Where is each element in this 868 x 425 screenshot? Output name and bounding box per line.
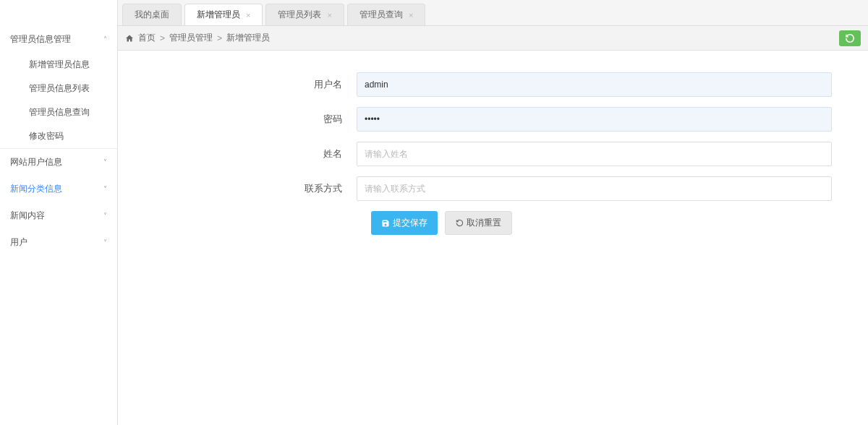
breadcrumb-part[interactable]: 管理员管理 <box>169 32 213 44</box>
sidebar-item-label: 管理员信息列表 <box>29 83 90 93</box>
sidebar-group-header-siteuser[interactable]: 网站用户信息 ˅ <box>0 149 117 176</box>
sidebar-item-admin-list[interactable]: 管理员信息列表 <box>0 77 117 100</box>
chevron-down-icon: ˅ <box>103 239 107 246</box>
username-input[interactable] <box>357 72 832 97</box>
reset-label: 取消重置 <box>467 217 501 229</box>
reset-button[interactable]: 取消重置 <box>445 211 512 235</box>
breadcrumb-home[interactable]: 首页 <box>138 32 156 44</box>
tab-label: 我的桌面 <box>135 9 169 21</box>
sidebar-group-label: 用户 <box>10 236 27 249</box>
breadcrumb-part: 新增管理员 <box>226 32 270 44</box>
sidebar-group-header-newscat[interactable]: 新闻分类信息 ˅ <box>0 176 117 202</box>
tab-desktop[interactable]: 我的桌面 <box>122 4 182 25</box>
breadcrumb-sep: > <box>217 33 222 43</box>
close-icon[interactable]: × <box>246 11 250 20</box>
name-input[interactable] <box>357 142 832 166</box>
tab-label: 管理员查询 <box>359 9 403 21</box>
breadcrumb: 首页 > 管理员管理 > 新增管理员 <box>125 32 270 44</box>
chevron-down-icon: ˅ <box>103 212 107 220</box>
close-icon[interactable]: × <box>327 11 331 20</box>
name-label: 姓名 <box>154 147 357 160</box>
sidebar-group-label: 新闻分类信息 <box>10 183 62 195</box>
sidebar-item-admin-query[interactable]: 管理员信息查询 <box>0 100 117 124</box>
sidebar-item-add-admin[interactable]: 新增管理员信息 <box>0 53 117 77</box>
form-row-contact: 联系方式 <box>154 176 832 201</box>
refresh-icon <box>456 219 464 227</box>
submit-label: 提交保存 <box>393 217 427 229</box>
form-row-username: 用户名 <box>154 72 832 97</box>
sidebar-item-change-password[interactable]: 修改密码 <box>0 124 117 148</box>
tab-admin-list[interactable]: 管理员列表 × <box>265 4 344 25</box>
sidebar-group-admin: 管理员信息管理 ˄ 新增管理员信息 管理员信息列表 管理员信息查询 修改密码 <box>0 26 117 149</box>
tab-label: 新增管理员 <box>197 9 240 21</box>
sidebar-item-label: 新增管理员信息 <box>29 59 90 69</box>
refresh-button[interactable] <box>839 30 861 46</box>
form-row-name: 姓名 <box>154 142 832 166</box>
form-buttons: 提交保存 取消重置 <box>371 211 832 235</box>
breadcrumb-sep: > <box>160 33 165 43</box>
username-label: 用户名 <box>154 78 357 91</box>
sidebar-item-label: 管理员信息查询 <box>29 107 90 117</box>
save-icon <box>381 219 390 228</box>
sidebar-group-label: 网站用户信息 <box>10 156 62 168</box>
breadcrumb-bar: 首页 > 管理员管理 > 新增管理员 <box>118 26 868 51</box>
password-input[interactable] <box>357 107 832 132</box>
sidebar-item-label: 修改密码 <box>29 131 64 141</box>
sidebar-group-header-user[interactable]: 用户 ˅ <box>0 229 117 256</box>
sidebar-group-header-admin[interactable]: 管理员信息管理 ˄ <box>0 26 117 53</box>
tab-label: 管理员列表 <box>278 9 321 21</box>
chevron-down-icon: ˅ <box>103 158 107 166</box>
sidebar-group-label: 管理员信息管理 <box>10 33 71 46</box>
tab-bar: 我的桌面 新增管理员 × 管理员列表 × 管理员查询 × <box>118 0 868 26</box>
chevron-down-icon: ˅ <box>103 185 107 193</box>
password-label: 密码 <box>154 113 357 126</box>
tab-admin-query[interactable]: 管理员查询 × <box>347 4 425 25</box>
home-icon <box>125 34 134 43</box>
tab-add-admin[interactable]: 新增管理员 × <box>184 4 263 25</box>
submit-button[interactable]: 提交保存 <box>371 211 438 235</box>
form-area: 用户名 密码 姓名 联系方式 提交保存 <box>118 51 868 235</box>
main-area: 我的桌面 新增管理员 × 管理员列表 × 管理员查询 × 首页 > 管理员管理 … <box>117 0 868 425</box>
close-icon[interactable]: × <box>409 11 413 20</box>
contact-label: 联系方式 <box>154 182 357 195</box>
sidebar-group-header-newscontent[interactable]: 新闻内容 ˅ <box>0 202 117 229</box>
sidebar: 管理员信息管理 ˄ 新增管理员信息 管理员信息列表 管理员信息查询 修改密码 网… <box>0 0 117 425</box>
sidebar-group-label: 新闻内容 <box>10 210 45 222</box>
form-row-password: 密码 <box>154 107 832 132</box>
chevron-up-icon: ˄ <box>103 35 107 43</box>
contact-input[interactable] <box>357 176 832 201</box>
